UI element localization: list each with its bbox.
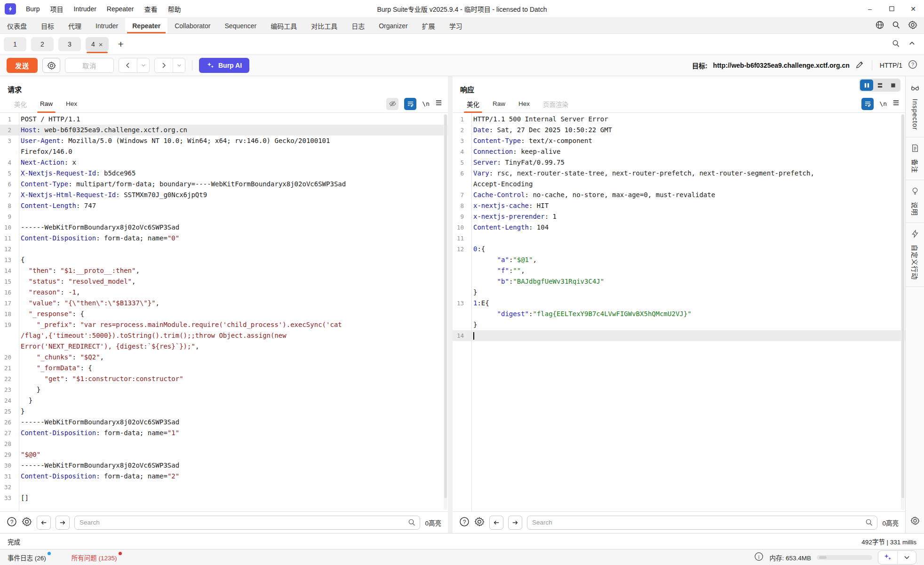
- request-scrollbar[interactable]: [444, 114, 447, 510]
- close-tab-icon[interactable]: ×: [99, 40, 103, 48]
- ai-sparkles-button[interactable]: [878, 551, 897, 564]
- code-line[interactable]: 10------WebKitFormBoundaryx8j02oVc6SWP3S…: [0, 222, 448, 233]
- tab-Raw[interactable]: Raw: [486, 95, 512, 112]
- word-wrap-icon[interactable]: [404, 98, 416, 110]
- code-line[interactable]: Accept-Encoding: [453, 179, 905, 190]
- search-tabs-icon[interactable]: [892, 40, 900, 49]
- request-search-input[interactable]: [74, 516, 420, 530]
- code-line[interactable]: 9x-nextjs-prerender: 1: [453, 211, 905, 222]
- code-line[interactable]: 20 "_chunks": "$Q2",: [0, 352, 448, 363]
- code-line[interactable]: 1HTTP/1.1 500 Internal Server Error: [453, 114, 905, 125]
- tab-Sequencer[interactable]: Sequencer: [217, 18, 263, 33]
- tab-Raw[interactable]: Raw: [33, 95, 59, 112]
- code-line[interactable]: 33[]: [0, 493, 448, 503]
- repeater-tab-3[interactable]: 3: [58, 37, 81, 51]
- code-line[interactable]: 30------WebKitFormBoundaryx8j02oVc6SWP3S…: [0, 460, 448, 471]
- settings-gear-icon[interactable]: [908, 20, 917, 32]
- burp-ai-button[interactable]: Burp AI: [199, 58, 249, 73]
- tab-扩展[interactable]: 扩展: [415, 18, 442, 33]
- code-line[interactable]: 3User-Agent: Mozilla/5.0 (Windows NT 10.…: [0, 135, 448, 146]
- code-line[interactable]: 10Content-Length: 104: [453, 222, 905, 233]
- tab-日志[interactable]: 日志: [344, 18, 372, 33]
- repeater-tab-2[interactable]: 2: [31, 37, 54, 51]
- code-line[interactable]: "f":"",: [453, 265, 905, 276]
- history-back-dropdown[interactable]: [137, 58, 149, 72]
- code-line[interactable]: }: [453, 319, 905, 330]
- code-line[interactable]: 7Cache-Control: no-cache, no-store, max-…: [453, 190, 905, 200]
- add-tab-button[interactable]: +: [115, 39, 127, 50]
- code-line[interactable]: 27Content-Disposition: form-data; name="…: [0, 428, 448, 438]
- word-wrap-icon[interactable]: [861, 98, 874, 110]
- code-line[interactable]: 6Content-Type: multipart/form-data; boun…: [0, 179, 448, 190]
- menu-item-Repeater[interactable]: Repeater: [102, 0, 139, 17]
- code-line[interactable]: 120:{: [453, 244, 905, 255]
- history-forward-button[interactable]: [155, 58, 173, 72]
- menu-item-Burp[interactable]: Burp: [21, 0, 45, 17]
- code-line[interactable]: 11Content-Disposition: form-data; name="…: [0, 233, 448, 244]
- code-line[interactable]: }: [453, 287, 905, 298]
- code-line[interactable]: 25}: [0, 406, 448, 417]
- minimize-button[interactable]: –: [859, 0, 881, 17]
- code-line[interactable]: "b":"BAJdbgfUeWv31Rqiv3C4J": [453, 276, 905, 287]
- code-line[interactable]: 3Content-Type: text/x-component: [453, 135, 905, 146]
- send-settings-button[interactable]: [42, 58, 60, 73]
- tab-编码工具[interactable]: 编码工具: [263, 18, 304, 33]
- search-next-button[interactable]: [56, 516, 70, 530]
- http-version[interactable]: HTTP/1: [880, 62, 902, 69]
- show-newlines-icon[interactable]: \n: [422, 100, 430, 107]
- code-line[interactable]: Firefox/146.0: [0, 146, 448, 157]
- global-search-icon[interactable]: [892, 21, 900, 31]
- code-line[interactable]: 14 "then": "$1:__proto__:then",: [0, 265, 448, 276]
- code-line[interactable]: 12: [0, 244, 448, 255]
- code-line[interactable]: 1POST / HTTP/1.1: [0, 114, 448, 125]
- tab-代理[interactable]: 代理: [61, 18, 88, 33]
- tab-Hex[interactable]: Hex: [59, 95, 84, 112]
- code-line[interactable]: 4Connection: keep-alive: [453, 146, 905, 157]
- response-scrollbar[interactable]: [901, 114, 905, 510]
- code-line[interactable]: 8Content-Length: 747: [0, 200, 448, 211]
- help-icon[interactable]: ?: [908, 60, 917, 71]
- code-line[interactable]: 16 "reason": -1,: [0, 287, 448, 298]
- code-line[interactable]: 23 }: [0, 384, 448, 395]
- menu-item-帮助[interactable]: 帮助: [162, 0, 186, 17]
- tab-Hex[interactable]: Hex: [512, 95, 536, 112]
- tab-仪表盘[interactable]: 仪表盘: [0, 18, 34, 33]
- search-settings-icon[interactable]: [474, 517, 485, 529]
- menu-item-Intruder[interactable]: Intruder: [69, 0, 102, 17]
- event-log-button[interactable]: 事件日志 (26): [8, 553, 51, 562]
- code-line[interactable]: 14: [453, 330, 905, 341]
- show-newlines-icon[interactable]: \n: [879, 100, 887, 107]
- code-line[interactable]: 13{: [0, 255, 448, 265]
- code-line[interactable]: 2Date: Sat, 27 Dec 2025 10:50:22 GMT: [453, 125, 905, 135]
- menu-item-项目[interactable]: 项目: [45, 0, 69, 17]
- hide-nonprintable-icon[interactable]: [386, 98, 398, 110]
- tab-目标[interactable]: 目标: [34, 18, 61, 33]
- sidebar-item-docs[interactable]: 说明: [906, 180, 924, 223]
- history-forward-dropdown[interactable]: [173, 58, 185, 72]
- code-line[interactable]: 31Content-Disposition: form-data; name="…: [0, 471, 448, 482]
- code-line[interactable]: 2Host: web-b6f0325ea9.challenge.xctf.org…: [0, 125, 448, 135]
- repeater-tab-4[interactable]: 4×: [86, 37, 109, 51]
- search-settings-icon[interactable]: [22, 517, 32, 529]
- tab-对比工具[interactable]: 对比工具: [304, 18, 344, 33]
- editor-menu-icon[interactable]: [892, 99, 900, 108]
- response-search-input[interactable]: [527, 516, 877, 530]
- tab-Repeater[interactable]: Repeater: [125, 18, 167, 33]
- tab-Collaborator[interactable]: Collaborator: [167, 18, 217, 33]
- all-issues-button[interactable]: 所有问题 (1235): [72, 553, 122, 562]
- code-line[interactable]: 11: [453, 233, 905, 244]
- info-icon[interactable]: i: [754, 552, 764, 563]
- edit-target-icon[interactable]: [855, 60, 864, 71]
- code-line[interactable]: 22 "get": "$1:constructor:constructor": [0, 374, 448, 384]
- tab-Intruder[interactable]: Intruder: [88, 18, 125, 33]
- globe-icon[interactable]: [875, 20, 884, 32]
- code-line[interactable]: Error('NEXT_REDIRECT'), {digest:`${res}`…: [0, 341, 448, 352]
- cancel-button[interactable]: 取消: [65, 58, 114, 73]
- code-line[interactable]: 29"$@0": [0, 449, 448, 460]
- send-button[interactable]: 发送: [7, 58, 38, 73]
- sidebar-item-custom-actions[interactable]: 自定义行动: [906, 223, 924, 286]
- editor-menu-icon[interactable]: [435, 99, 442, 108]
- menu-item-查看[interactable]: 查看: [139, 0, 162, 17]
- code-line[interactable]: 131:E{: [453, 298, 905, 309]
- sidebar-item-inspector[interactable]: Inspector: [906, 76, 924, 137]
